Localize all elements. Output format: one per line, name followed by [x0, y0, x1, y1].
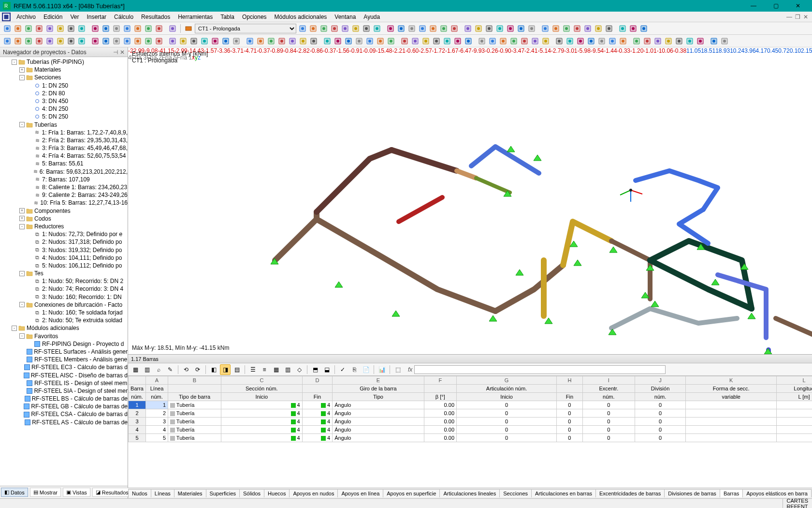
toolbar1a-btn-2[interactable]	[13, 23, 23, 34]
toolbar1b-btn-19[interactable]	[494, 23, 505, 34]
toolbar1b-btn-24[interactable]	[551, 23, 561, 34]
toolbar2-btn-59[interactable]	[642, 36, 652, 46]
tree-item[interactable]: +Componentes	[2, 207, 128, 215]
toolbar2-btn-60[interactable]	[652, 36, 663, 46]
table-toolbar-btn-8[interactable]: ◧	[208, 364, 219, 375]
tree-item[interactable]: RF-STEEL CSA - Cálculo de barras d	[2, 410, 128, 418]
navigator-tree[interactable]: -Tuberías (RF-PIPING)+Materiales-Seccion…	[0, 57, 128, 486]
toolbar2-btn-7[interactable]	[66, 36, 76, 46]
toolbar2-btn-26[interactable]	[276, 36, 287, 46]
tree-item[interactable]: ⧉2: Nudos: 317,318; Definido po	[2, 238, 128, 246]
menu-resultados[interactable]: Resultados	[137, 13, 174, 21]
nav-tab-mostrar[interactable]: ▤Mostrar	[30, 488, 61, 497]
table-toolbar-btn-9[interactable]: ◨	[220, 364, 231, 375]
toolbar1a-btn-8[interactable]	[76, 23, 87, 34]
toolbar1b-btn-27[interactable]	[582, 23, 593, 34]
toolbar1a-btn-15[interactable]	[154, 23, 164, 34]
toolbar2-btn-43[interactable]	[463, 36, 474, 46]
menu-insertar[interactable]: Insertar	[83, 13, 110, 21]
table-row[interactable]: 44 Tubería 4 4Ángulo0.0000000.64358.3XY	[129, 426, 812, 434]
tree-item[interactable]: ⧉5: Nudos: 106,112; Definido po	[2, 262, 128, 269]
table-row[interactable]: 11 Tubería 4 4Ángulo0.0000000.20018.1Y	[129, 401, 812, 409]
toolbar1b-btn-3[interactable]	[319, 23, 329, 34]
tree-item[interactable]: 5: DN 250	[2, 113, 128, 120]
table-tab-apoyos-elásticos-en-barra[interactable]: Apoyos elásticos en barra	[742, 489, 812, 497]
table-row[interactable]: 22 Tubería 4 4Ángulo0.0000000.64358.3XY	[129, 409, 812, 418]
mdi-close[interactable]: ✕	[803, 14, 808, 20]
toolbar1a-btn-7[interactable]	[66, 23, 76, 34]
tree-item[interactable]: ⧉1: Nudo: 160; Te soldada forjad	[2, 309, 128, 316]
toolbar2-btn-38[interactable]	[410, 36, 420, 46]
toolbar1a-btn-13[interactable]	[132, 23, 143, 34]
toolbar2-btn-56[interactable]	[607, 36, 618, 46]
toolbar2-btn-57[interactable]	[618, 36, 628, 46]
toolbar2-btn-40[interactable]	[431, 36, 442, 46]
tree-item[interactable]: -Tuberías	[2, 121, 128, 129]
toolbar2-btn-61[interactable]	[663, 36, 674, 46]
toolbar2-btn-15[interactable]	[154, 36, 164, 46]
toolbar1b-btn-12[interactable]	[417, 23, 428, 34]
toolbar2-btn-19[interactable]	[199, 36, 210, 46]
toolbar2-btn-52[interactable]	[565, 36, 575, 46]
toolbar2-btn-12[interactable]	[122, 36, 132, 46]
toolbar2-btn-51[interactable]	[554, 36, 565, 46]
toolbar1b-btn-20[interactable]	[505, 23, 516, 34]
tree-item[interactable]: ⧉4: Nudos: 104,111; Definido po	[2, 254, 128, 262]
table-tab-sólidos[interactable]: Sólidos	[239, 489, 264, 497]
table-toolbar-btn-5[interactable]: ⟲	[181, 364, 191, 375]
table-tab-articulaciones-en-barras[interactable]: Articulaciones en barras	[531, 489, 596, 497]
table-toolbar-btn-25[interactable]: 📊	[377, 364, 387, 375]
table-grid[interactable]: ABCDEFGHIJKLMNOBarraLíneaSección núm.Gir…	[128, 376, 812, 488]
tree-item[interactable]: RF-STEEL IS - Design of steel mem	[2, 379, 128, 387]
case-icon[interactable]	[183, 23, 194, 34]
table-tab-superficies[interactable]: Superficies	[206, 489, 240, 497]
tree-item[interactable]: RF-STEEL BS - Cálculo de barras de	[2, 395, 128, 403]
tree-item[interactable]: ⧉1: Nudo: 50; Recorrido: 5: DN 2	[2, 277, 128, 285]
menu-ventana[interactable]: Ventana	[331, 13, 360, 21]
toolbar1b-btn-22[interactable]	[526, 23, 537, 34]
toolbar2-btn-46[interactable]	[498, 36, 508, 46]
table-toolbar-btn-1[interactable]: ▥	[142, 364, 152, 375]
toolbar2-btn-23[interactable]	[245, 36, 255, 46]
toolbar1a-btn-16[interactable]	[167, 23, 178, 34]
toolbar2-btn-65[interactable]	[709, 36, 719, 46]
toolbar2-btn-55[interactable]	[596, 36, 607, 46]
toolbar1b-btn-28[interactable]	[593, 23, 604, 34]
tree-item[interactable]: 2: DN 80	[2, 90, 128, 97]
table-tab-materiales[interactable]: Materiales	[174, 489, 206, 497]
toolbar2-btn-21[interactable]	[220, 36, 231, 46]
tree-toggle-icon[interactable]: +	[19, 208, 25, 213]
tree-item[interactable]: ≋3: Fría 3: Barras: 45,49,46,47,68,	[2, 144, 128, 152]
tree-toggle-icon[interactable]: +	[19, 67, 25, 73]
toolbar2-btn-45[interactable]	[487, 36, 498, 46]
toolbar1b-btn-30[interactable]	[617, 23, 628, 34]
tree-item[interactable]: RF-STEEL Surfaces - Análisis gener	[2, 348, 128, 356]
tree-item[interactable]: RF-STEEL AISC - Diseño de barras d	[2, 372, 128, 379]
toolbar1b-btn-9[interactable]	[385, 23, 396, 34]
table-toolbar-btn-27[interactable]: ⬚	[392, 364, 403, 375]
tree-item[interactable]: ≋5: Barras: 55,61	[2, 160, 128, 167]
toolbar2-btn-49[interactable]	[530, 36, 540, 46]
tree-item[interactable]: ⧉3: Nudo: 160; Recorrido: 1: DN	[2, 293, 128, 301]
tree-item[interactable]: -Módulos adicionales	[2, 324, 128, 332]
toolbar2-btn-18[interactable]	[188, 36, 199, 46]
toolbar1a-btn-14[interactable]	[143, 23, 154, 34]
window-close[interactable]: ✕	[787, 0, 809, 12]
table-toolbar-btn-12[interactable]: ☰	[247, 364, 258, 375]
menu-edición[interactable]: Edición	[40, 13, 66, 21]
tree-item[interactable]: ≋4: Fría 4: Barras: 52,60,75,53,54	[2, 152, 128, 160]
toolbar1b-btn-10[interactable]	[396, 23, 406, 34]
toolbar2-btn-22[interactable]	[231, 36, 242, 46]
tree-toggle-icon[interactable]: -	[12, 326, 17, 331]
toolbar2-btn-28[interactable]	[298, 36, 308, 46]
table-toolbar-btn-0[interactable]: ▦	[130, 364, 141, 375]
table-toolbar-btn-21[interactable]: ✓	[337, 364, 348, 375]
toolbar1b-btn-14[interactable]	[438, 23, 449, 34]
toolbar2-btn-20[interactable]	[210, 36, 220, 46]
tree-item[interactable]: ⧉1: Nudos: 72,73; Definido por e	[2, 230, 128, 238]
toolbar2-btn-50[interactable]	[540, 36, 551, 46]
tree-toggle-icon[interactable]: -	[12, 60, 17, 65]
tree-item[interactable]: +Materiales	[2, 66, 128, 74]
toolbar2-btn-11[interactable]	[111, 36, 122, 46]
toolbar2-btn-31[interactable]	[333, 36, 343, 46]
